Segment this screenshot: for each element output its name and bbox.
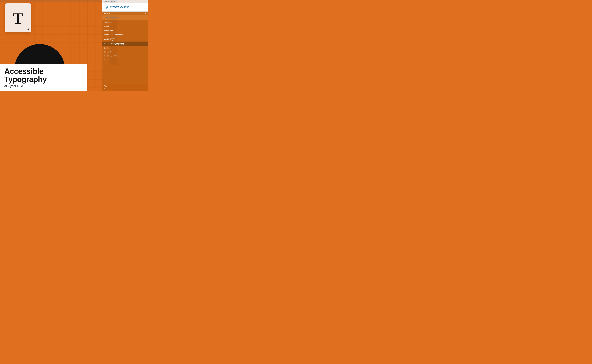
borders-label: Borders	[104, 88, 146, 90]
font-item-avenir[interactable]: Avenir	[102, 24, 148, 28]
logo-bar: CYBER-DUCK	[102, 3, 148, 12]
search-bar	[102, 15, 148, 20]
svg-line-7	[105, 18, 105, 18]
bottom-section: Fills Borders	[102, 84, 148, 91]
fills-label: Fills	[104, 85, 146, 87]
corner-mark	[27, 28, 29, 30]
text-box: Accessible Typography at Cyber-Duck	[0, 64, 87, 91]
font-item-ayuthaya[interactable]: Ayuthaya	[102, 37, 148, 41]
bagage-label: Bagage	[104, 13, 110, 14]
text-box-title: Accessible Typography	[4, 67, 82, 83]
bagage-panel[interactable]: Bagage ▲	[102, 12, 148, 15]
typography-card: T	[5, 3, 31, 32]
font-list: Assistant Avenir Avenir Next Avenir Next…	[102, 20, 148, 84]
typography-card-inner: T	[5, 3, 31, 32]
opacity-number: 10	[99, 0, 101, 2]
svg-point-3	[106, 7, 107, 8]
font-item-baoli-sangam-mn[interactable]: Baoli Sangam MN	[102, 54, 148, 58]
font-item-bangla-mn[interactable]: Bangla MN	[102, 50, 148, 54]
font-item-baskerville[interactable]: Baskerville	[102, 58, 148, 62]
opacity-label: Opacity (Normal)	[104, 1, 115, 2]
typography-letter: T	[13, 11, 23, 26]
cyber-duck-icon	[105, 5, 109, 9]
font-item-accessible-typography[interactable]: Accessible Typography	[102, 41, 148, 46]
font-item-assistant[interactable]: Assistant	[102, 20, 148, 24]
font-list-panel: Assistant Avenir Avenir Next Avenir Next…	[102, 15, 148, 91]
text-box-subtitle: at Cyber-Duck	[4, 84, 82, 88]
search-input[interactable]	[106, 17, 146, 19]
opacity-bar: Opacity (Normal) ⌃	[102, 0, 148, 3]
bagage-arrow: ▲	[145, 13, 146, 14]
ruler-top	[0, 0, 102, 2]
logo-text: CYBER-DUCK	[110, 6, 129, 9]
font-item-avenir-next[interactable]: Avenir Next	[102, 28, 148, 32]
font-item-avenir-next-condensed[interactable]: Avenir Next Condensed	[102, 32, 148, 37]
font-item-baghdad[interactable]: Baghdad	[102, 46, 148, 50]
search-icon	[104, 17, 105, 19]
opacity-sort-icon: ⌃	[145, 1, 146, 2]
ruler-ticks	[0, 0, 102, 2]
right-panel: Opacity (Normal) ⌃ CYBER-DUCK Bagage ▲	[102, 0, 148, 91]
